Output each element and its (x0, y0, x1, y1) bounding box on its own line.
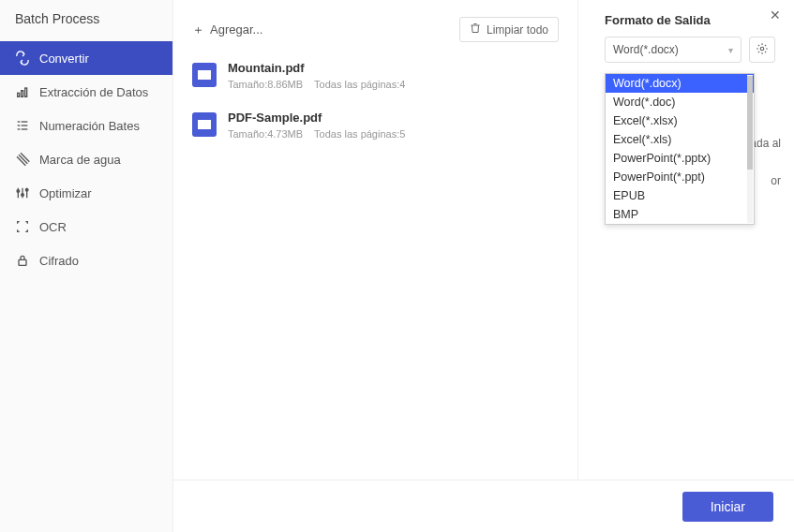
file-item[interactable]: PDF-Sample.pdf Tamaño:4.73MB Todas las p… (192, 103, 559, 153)
dropdown-option[interactable]: PowerPoint(*.pptx) (606, 149, 754, 168)
sidebar-item-label: Extracción de Datos (39, 85, 148, 99)
sidebar: Batch Process Convertir Extracción de Da… (0, 0, 173, 532)
format-dropdown: Word(*.docx) Word(*.doc) Excel(*.xlsx) E… (605, 73, 755, 225)
file-item[interactable]: Mountain.pdf Tamaño:8.86MB Todas las pág… (192, 53, 559, 103)
sidebar-item-bates[interactable]: Numeración Bates (0, 109, 172, 142)
ocr-icon (15, 219, 30, 234)
file-area: ＋ Agregar... Limpiar todo Mountain.pdf (173, 0, 578, 480)
data-extract-icon (15, 84, 30, 99)
dropdown-option[interactable]: Excel(*.xls) (606, 130, 754, 149)
convert-icon (15, 51, 30, 66)
obscured-text: ada al (750, 137, 781, 150)
svg-point-19 (760, 47, 764, 51)
sidebar-item-encrypt[interactable]: Cifrado (0, 244, 172, 277)
plus-icon: ＋ (192, 22, 204, 38)
settings-button[interactable] (749, 37, 775, 63)
dropdown-option[interactable]: EPUB (606, 186, 754, 205)
svg-rect-2 (25, 88, 27, 96)
trash-icon (470, 22, 481, 37)
sidebar-item-convertir[interactable]: Convertir (0, 41, 172, 75)
gear-icon (756, 42, 769, 58)
clear-label: Limpiar todo (487, 23, 548, 37)
sidebar-item-ocr[interactable]: OCR (0, 210, 172, 244)
sidebar-item-label: Cifrado (39, 254, 79, 268)
clear-all-button[interactable]: Limpiar todo (459, 17, 559, 42)
chevron-down-icon: ▾ (728, 45, 733, 55)
svg-rect-18 (19, 259, 26, 265)
dropdown-option[interactable]: BMP (606, 205, 754, 224)
dropdown-option[interactable]: PowerPoint(*.ppt) (606, 168, 754, 186)
file-pages: Todas las páginas:5 (314, 128, 405, 140)
sidebar-item-label: Numeración Bates (39, 119, 140, 133)
watermark-icon (15, 152, 30, 167)
start-button[interactable]: Iniciar (682, 492, 773, 522)
svg-point-13 (17, 190, 20, 193)
sidebar-item-label: OCR (39, 220, 67, 234)
bates-icon (15, 118, 30, 133)
file-size: Tamaño:4.73MB (228, 128, 303, 140)
file-name: Mountain.pdf (228, 61, 405, 75)
file-pages: Todas las páginas:4 (314, 79, 405, 90)
lock-icon (15, 253, 30, 268)
window-title: Batch Process (0, 0, 172, 41)
optimize-icon (15, 185, 30, 200)
file-size: Tamaño:8.86MB (228, 79, 303, 90)
nav-list: Convertir Extracción de Datos Numeración… (0, 41, 172, 277)
file-thumbnail-icon (192, 63, 217, 87)
dropdown-option[interactable]: Word(*.docx) (606, 74, 754, 93)
sidebar-item-label: Marca de agua (39, 153, 121, 167)
file-name: PDF-Sample.pdf (228, 111, 405, 125)
format-select[interactable]: Word(*.docx) ▾ (605, 37, 742, 63)
main: ✕ ＋ Agregar... Limpiar todo (173, 0, 794, 532)
svg-rect-1 (22, 91, 23, 97)
svg-rect-0 (18, 93, 20, 96)
add-files-button[interactable]: ＋ Agregar... (192, 22, 262, 38)
svg-point-15 (22, 194, 24, 197)
dropdown-option[interactable]: Word(*.doc) (606, 93, 754, 111)
scrollbar-thumb[interactable] (747, 76, 753, 170)
output-panel: Formato de Salida Word(*.docx) ▾ Word(*.… (578, 0, 794, 480)
svg-point-17 (25, 188, 28, 191)
output-title: Formato de Salida (605, 13, 775, 27)
format-selected: Word(*.docx) (613, 43, 679, 56)
sidebar-item-optimize[interactable]: Optimizar (0, 176, 172, 210)
dropdown-option[interactable]: Excel(*.xlsx) (606, 111, 754, 130)
footer: Iniciar (173, 480, 794, 532)
add-label: Agregar... (210, 22, 262, 37)
dropdown-scrollbar[interactable] (747, 75, 753, 223)
sidebar-item-watermark[interactable]: Marca de agua (0, 142, 172, 176)
file-thumbnail-icon (192, 112, 217, 137)
sidebar-item-extraccion[interactable]: Extracción de Datos (0, 75, 172, 109)
sidebar-item-label: Convertir (39, 52, 89, 66)
sidebar-item-label: Optimizar (39, 186, 92, 200)
obscured-text: or (771, 174, 781, 187)
